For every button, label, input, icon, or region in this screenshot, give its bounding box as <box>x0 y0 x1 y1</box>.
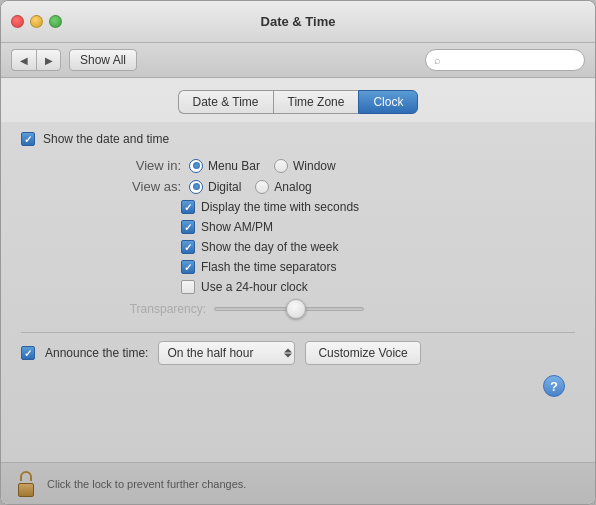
tab-date-time[interactable]: Date & Time <box>178 90 273 114</box>
window-radio-option[interactable]: Window <box>274 159 336 173</box>
tabs-area: Date & Time Time Zone Clock <box>1 78 595 122</box>
transparency-slider[interactable] <box>214 302 364 316</box>
titlebar: Date & Time <box>1 1 595 43</box>
view-in-label: View in: <box>121 158 181 173</box>
flash-separators-label: Flash the time separators <box>201 260 336 274</box>
view-as-row: View as: Digital Analog <box>21 179 575 194</box>
forward-button[interactable]: ▶ <box>36 49 61 71</box>
nav-buttons: ◀ ▶ <box>11 49 61 71</box>
flash-separators-row: Flash the time separators <box>21 260 575 274</box>
view-in-radio-group: Menu Bar Window <box>189 159 336 173</box>
use-24hour-row: Use a 24-hour clock <box>21 280 575 294</box>
slider-track-line <box>214 307 364 311</box>
help-area: ? <box>21 375 575 397</box>
tab-clock[interactable]: Clock <box>358 90 418 114</box>
search-box[interactable]: ⌕ <box>425 49 585 71</box>
view-in-row: View in: Menu Bar Window <box>21 158 575 173</box>
lock-text: Click the lock to prevent further change… <box>47 478 246 490</box>
digital-label: Digital <box>208 180 241 194</box>
show-day-checkbox[interactable] <box>181 240 195 254</box>
close-button[interactable] <box>11 15 24 28</box>
window-label: Window <box>293 159 336 173</box>
analog-radio[interactable] <box>255 180 269 194</box>
display-seconds-checkbox[interactable] <box>181 200 195 214</box>
main-window: Date & Time ◀ ▶ Show All ⌕ Date & Time T… <box>0 0 596 505</box>
transparency-row: Transparency: <box>21 302 575 316</box>
show-date-time-label: Show the date and time <box>43 132 169 146</box>
tab-time-zone[interactable]: Time Zone <box>273 90 359 114</box>
show-date-time-row: Show the date and time <box>21 132 575 146</box>
window-radio[interactable] <box>274 159 288 173</box>
search-input[interactable] <box>444 53 576 67</box>
view-as-label: View as: <box>121 179 181 194</box>
slider-thumb[interactable] <box>286 299 306 319</box>
back-button[interactable]: ◀ <box>11 49 36 71</box>
announce-row: Announce the time: On the hour On the ha… <box>21 341 575 365</box>
announce-label: Announce the time: <box>45 346 148 360</box>
bottom-bar: Click the lock to prevent further change… <box>1 462 595 504</box>
lock-shackle <box>20 471 32 481</box>
show-ampm-label: Show AM/PM <box>201 220 273 234</box>
show-day-row: Show the day of the week <box>21 240 575 254</box>
search-icon: ⌕ <box>434 54 441 66</box>
window-title: Date & Time <box>261 14 336 29</box>
show-ampm-checkbox[interactable] <box>181 220 195 234</box>
flash-separators-checkbox[interactable] <box>181 260 195 274</box>
divider <box>21 332 575 333</box>
show-all-button[interactable]: Show All <box>69 49 137 71</box>
zoom-button[interactable] <box>49 15 62 28</box>
show-ampm-row: Show AM/PM <box>21 220 575 234</box>
use-24hour-label: Use a 24-hour clock <box>201 280 308 294</box>
announce-checkbox[interactable] <box>21 346 35 360</box>
menu-bar-radio[interactable] <box>189 159 203 173</box>
menu-bar-radio-option[interactable]: Menu Bar <box>189 159 260 173</box>
traffic-lights <box>11 15 62 28</box>
content-area: Show the date and time View in: Menu Bar… <box>1 122 595 462</box>
show-day-label: Show the day of the week <box>201 240 338 254</box>
transparency-label: Transparency: <box>121 302 206 316</box>
analog-label: Analog <box>274 180 311 194</box>
show-date-time-checkbox[interactable] <box>21 132 35 146</box>
menu-bar-label: Menu Bar <box>208 159 260 173</box>
help-button[interactable]: ? <box>543 375 565 397</box>
analog-radio-option[interactable]: Analog <box>255 180 311 194</box>
toolbar: ◀ ▶ Show All ⌕ <box>1 43 595 78</box>
digital-radio[interactable] <box>189 180 203 194</box>
use-24hour-checkbox[interactable] <box>181 280 195 294</box>
announce-dropdown-wrapper: On the hour On the half hour On the quar… <box>158 341 295 365</box>
display-seconds-label: Display the time with seconds <box>201 200 359 214</box>
customize-voice-button[interactable]: Customize Voice <box>305 341 420 365</box>
lock-icon[interactable] <box>15 471 37 497</box>
announce-dropdown[interactable]: On the hour On the half hour On the quar… <box>158 341 295 365</box>
digital-radio-option[interactable]: Digital <box>189 180 241 194</box>
lock-body <box>18 483 34 497</box>
minimize-button[interactable] <box>30 15 43 28</box>
view-as-radio-group: Digital Analog <box>189 180 312 194</box>
display-seconds-row: Display the time with seconds <box>21 200 575 214</box>
